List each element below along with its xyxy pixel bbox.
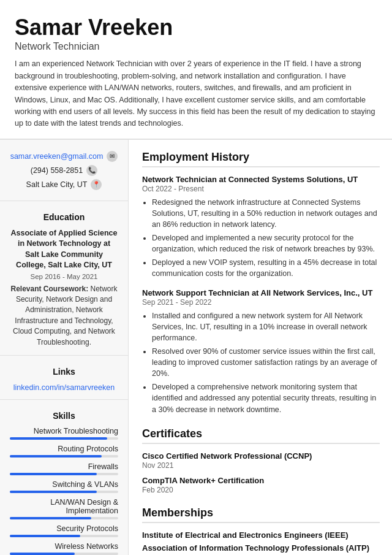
right-column: Employment History Network Technician at…: [129, 140, 392, 555]
cert-date: Nov 2021: [142, 461, 380, 470]
skill-bar-bg: [10, 535, 118, 537]
education-section: Education Associate of Applied Science i…: [0, 201, 128, 356]
skills-list: Network Troubleshooting Routing Protocol…: [10, 427, 118, 555]
candidate-summary: I am an experienced Network Technician w…: [15, 58, 377, 129]
job-bullet: Deployed a new VOIP system, resulting in…: [152, 257, 380, 279]
header-section: Samar Vreeken Network Technician I am an…: [0, 0, 392, 140]
job-title: Network Technician at Connected Systems …: [142, 175, 380, 184]
cert-name: CompTIA Network+ Certification: [142, 476, 380, 485]
employment-title: Employment History: [142, 151, 380, 167]
job-bullet: Resolved over 90% of customer service is…: [152, 346, 380, 379]
resume-wrapper: Samar Vreeken Network Technician I am an…: [0, 0, 392, 555]
job-bullet: Developed a comprehensive network monito…: [152, 381, 380, 415]
contact-phone-item: (294) 558-2851 📞: [10, 165, 118, 176]
skill-bar-fill: [10, 517, 91, 519]
skill-bar-bg: [10, 553, 118, 555]
location-icon: 📍: [91, 179, 102, 190]
education-title: Education: [10, 212, 118, 222]
education-content: Associate of Applied Science in Network …: [10, 228, 118, 348]
jobs-container: Network Technician at Connected Systems …: [142, 175, 380, 415]
skill-name: Wireless Networks: [10, 542, 118, 551]
skill-name: Switching & VLANs: [10, 480, 118, 489]
skill-name: LAN/WAN Design & Implementation: [10, 498, 118, 515]
skill-item: Network Troubleshooting: [10, 427, 118, 440]
job-bullet: Installed and configured a new network s…: [152, 310, 380, 343]
email-link[interactable]: samar.vreeken@gmail.com: [10, 152, 104, 161]
employment-section: Employment History Network Technician at…: [142, 151, 380, 415]
candidate-name: Samar Vreeken: [15, 15, 377, 40]
job-title: Network Support Technician at All Networ…: [142, 288, 380, 297]
skill-bar-fill: [10, 473, 97, 475]
body-columns: samar.vreeken@gmail.com ✉ (294) 558-2851…: [0, 140, 392, 555]
skills-section: Skills Network Troubleshooting Routing P…: [0, 400, 128, 555]
contact-location-item: Salt Lake City, UT 📍: [10, 179, 118, 190]
skill-bar-fill: [10, 455, 102, 457]
cert-date: Feb 2020: [142, 486, 380, 494]
memberships-section: Memberships Institute of Electrical and …: [142, 507, 380, 553]
cert-entry: Cisco Certified Network Professional (CC…: [142, 451, 380, 470]
skill-name: Routing Protocols: [10, 445, 118, 453]
job-bullet: Redesigned the network infrastructure at…: [152, 197, 380, 230]
job-entry: Network Support Technician at All Networ…: [142, 288, 380, 415]
skill-bar-fill: [10, 437, 107, 440]
job-bullets: Installed and configured a new network s…: [142, 310, 380, 415]
contact-email-item: samar.vreeken@gmail.com ✉: [10, 151, 118, 162]
skill-name: Security Protocols: [10, 524, 118, 533]
certs-container: Cisco Certified Network Professional (CC…: [142, 451, 380, 494]
skill-bar-bg: [10, 517, 118, 519]
phone-text: (294) 558-2851: [31, 166, 83, 175]
job-dates: Sep 2021 - Sep 2022: [142, 298, 380, 307]
location-text: Salt Lake City, UT: [26, 180, 88, 189]
skill-bar-bg: [10, 437, 118, 440]
membership-entry: Institute of Electrical and Electronics …: [142, 530, 380, 540]
left-column: samar.vreeken@gmail.com ✉ (294) 558-2851…: [0, 140, 129, 555]
job-bullets: Redesigned the network infrastructure at…: [142, 197, 380, 280]
email-icon: ✉: [107, 151, 118, 162]
skill-item: Security Protocols: [10, 524, 118, 537]
memberships-title: Memberships: [142, 507, 380, 523]
membership-entry: Association of Information Technology Pr…: [142, 543, 380, 553]
skill-name: Firewalls: [10, 462, 118, 471]
links-section: Links linkedin.com/in/samarvreeken: [0, 356, 128, 400]
cert-entry: CompTIA Network+ Certification Feb 2020: [142, 476, 380, 494]
memberships-container: Institute of Electrical and Electronics …: [142, 530, 380, 553]
skill-bar-bg: [10, 491, 118, 493]
edu-degree: Associate of Applied Science in Network …: [10, 228, 118, 271]
phone-icon: 📞: [86, 165, 97, 176]
skill-item: Routing Protocols: [10, 445, 118, 457]
skill-bar-fill: [10, 491, 97, 493]
certificates-section: Certificates Cisco Certified Network Pro…: [142, 427, 380, 494]
skill-name: Network Troubleshooting: [10, 427, 118, 435]
skill-bar-bg: [10, 473, 118, 475]
cert-name: Cisco Certified Network Professional (CC…: [142, 451, 380, 461]
skill-bar-fill: [10, 553, 75, 555]
skill-item: Wireless Networks: [10, 542, 118, 555]
skills-title: Skills: [10, 411, 118, 421]
skill-item: Firewalls: [10, 462, 118, 475]
links-title: Links: [10, 367, 118, 377]
edu-courses: Relevant Coursework: Network Security, N…: [10, 284, 118, 348]
candidate-title: Network Technician: [15, 41, 377, 52]
linkedin-link[interactable]: linkedin.com/in/samarvreeken: [13, 383, 115, 392]
job-dates: Oct 2022 - Present: [142, 185, 380, 193]
contact-section: samar.vreeken@gmail.com ✉ (294) 558-2851…: [0, 140, 128, 201]
skill-bar-fill: [10, 535, 80, 537]
courses-text: Network Security, Network Design and Adm…: [13, 285, 117, 346]
skill-item: LAN/WAN Design & Implementation: [10, 498, 118, 519]
skill-item: Switching & VLANs: [10, 480, 118, 493]
skill-bar-bg: [10, 455, 118, 457]
links-content: linkedin.com/in/samarvreeken: [10, 383, 118, 392]
edu-dates: Sep 2016 - May 2021: [10, 273, 118, 280]
job-entry: Network Technician at Connected Systems …: [142, 175, 380, 280]
courses-label: Relevant Coursework:: [10, 285, 88, 293]
certificates-title: Certificates: [142, 427, 380, 444]
job-bullet: Developed and implemented a new security…: [152, 232, 380, 255]
